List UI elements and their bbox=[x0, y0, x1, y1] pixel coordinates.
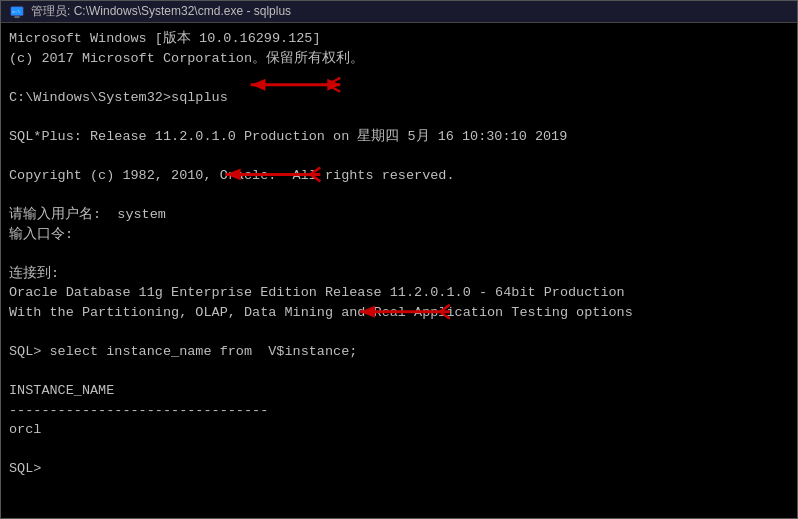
svg-text:C:\: C:\ bbox=[12, 9, 20, 14]
window-title: 管理员: C:\Windows\System32\cmd.exe - sqlpl… bbox=[31, 3, 789, 20]
terminal-output: Microsoft Windows [版本 10.0.16299.125] (c… bbox=[9, 29, 789, 479]
svg-rect-1 bbox=[14, 16, 19, 17]
cmd-window: C:\ 管理员: C:\Windows\System32\cmd.exe - s… bbox=[0, 0, 798, 519]
cmd-icon: C:\ bbox=[9, 4, 25, 20]
title-bar: C:\ 管理员: C:\Windows\System32\cmd.exe - s… bbox=[1, 1, 797, 23]
terminal-body[interactable]: Microsoft Windows [版本 10.0.16299.125] (c… bbox=[1, 23, 797, 518]
